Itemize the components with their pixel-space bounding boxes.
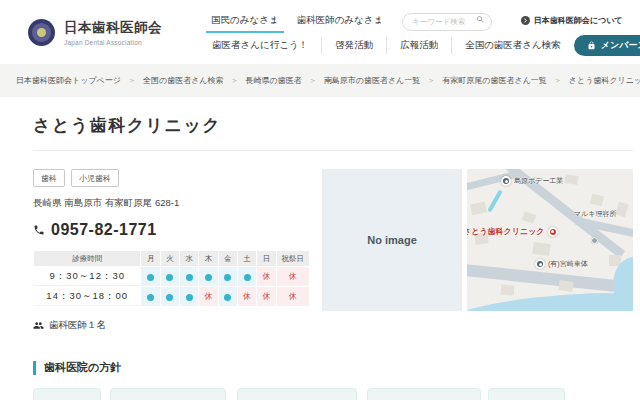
people-icon (33, 320, 44, 331)
policy-section: 歯科医院の方針 (33, 360, 633, 400)
schedule-cell-closed: 休 (277, 267, 309, 286)
members-room-button[interactable]: メンバーズルーム (574, 35, 640, 56)
schedule-column-header: 火 (161, 251, 179, 266)
nav-primary-item[interactable]: 歯科医師のみなさま (292, 9, 389, 33)
schedule-cell-closed: 休 (257, 287, 275, 306)
schedule-column-header: 金 (219, 251, 237, 266)
schedule-column-header: 木 (199, 251, 217, 266)
search-icon[interactable] (476, 15, 485, 24)
policy-tag-placeholder (367, 388, 481, 400)
policy-tag-placeholder (33, 388, 101, 400)
breadcrumb-separator: ＞ (309, 75, 317, 86)
utility-link[interactable]: 日本歯科医師会について (521, 15, 623, 26)
arrow-circle-icon (521, 16, 530, 25)
map[interactable]: 島原ボデー工業 マルキ理容所 さとう歯科クリニック (有)宮崎車体 (467, 169, 633, 311)
jda-logo-icon (28, 19, 55, 46)
clinic-phone: 0957-82-1771 (33, 221, 310, 239)
section-title: 歯科医院の方針 (33, 360, 633, 375)
map-water (467, 290, 633, 311)
no-image-placeholder: No image (322, 169, 462, 311)
breadcrumb-item[interactable]: 全国の歯医者さん検索 (143, 75, 224, 86)
map-minor-pin-icon (591, 237, 598, 244)
site-logo[interactable]: 日本歯科医師会 Japan Dental Association (28, 0, 206, 64)
schedule-cell-open (238, 267, 256, 286)
schedule-cell-closed: 休 (238, 287, 256, 306)
breadcrumb-item[interactable]: 日本歯科医師会トップページ (16, 75, 121, 86)
breadcrumb-separator: ＞ (128, 75, 136, 86)
nav-secondary-item[interactable]: 広報活動 (387, 37, 452, 54)
open-dot-icon (224, 274, 231, 281)
open-dot-icon (205, 274, 212, 281)
nav-primary-item[interactable]: 国民のみなさま (206, 9, 284, 33)
clinic-media: No image (322, 169, 633, 311)
map-building (522, 211, 536, 224)
clinic-tag: 小児歯科 (71, 169, 119, 187)
open-dot-icon (166, 274, 173, 281)
map-pin-icon (535, 259, 545, 269)
open-dot-icon (244, 274, 251, 281)
schedule-cell-open (219, 287, 237, 306)
map-building (501, 285, 515, 296)
open-dot-icon (224, 294, 231, 301)
schedule-table: 診療時間月火水木金土日祝祭日9：30～12：30休休14：30～18：00休休休… (33, 250, 310, 307)
schedule-cell-open (141, 267, 159, 286)
breadcrumb-separator: ＞ (427, 75, 435, 86)
site-header: 日本歯科医師会 Japan Dental Association 国民のみなさま… (0, 0, 640, 64)
header-row-bottom: 歯医者さんに行こう！啓発活動広報活動全国の歯医者さん検索 メンバーズルーム (206, 34, 640, 57)
members-room-label: メンバーズルーム (601, 39, 640, 52)
map-poi-label[interactable]: マルキ理容所 (574, 209, 617, 219)
clinic-tags: 歯科小児歯科 (33, 169, 310, 187)
schedule-cell-open (141, 287, 159, 306)
nav-secondary-item[interactable]: 全国の歯医者さん検索 (452, 37, 574, 54)
policy-tag-placeholder (488, 388, 565, 400)
breadcrumb-separator: ＞ (554, 75, 562, 86)
content-row: 歯科小児歯科 長崎県 南島原市 有家町原尾 628-1 0957-82-1771… (33, 169, 633, 332)
schedule-cell-open (180, 287, 198, 306)
map-poi-label[interactable]: 島原ボデー工業 (501, 176, 563, 186)
breadcrumb-separator: ＞ (231, 75, 239, 86)
clinic-address: 長崎県 南島原市 有家町原尾 628-1 (33, 197, 310, 210)
phone-number[interactable]: 0957-82-1771 (51, 221, 157, 239)
policy-tag-placeholder (237, 388, 357, 400)
policy-tags-row (33, 388, 633, 400)
map-poi-text: 島原ボデー工業 (514, 176, 563, 186)
breadcrumb-item[interactable]: 長崎県の歯医者 (246, 75, 302, 86)
breadcrumb-item[interactable]: 有家町原尾の歯医者さん一覧 (442, 75, 547, 86)
staff-count-label: 歯科医師１名 (49, 319, 106, 332)
map-pin-icon (501, 176, 511, 186)
nav-secondary-item[interactable]: 歯医者さんに行こう！ (206, 37, 322, 54)
schedule-cell-closed: 休 (199, 287, 217, 306)
utility-links: 日本歯科医師会についてENGLISH (521, 15, 640, 26)
schedule-cell-open (161, 267, 179, 286)
section-title-text: 歯科医院の方針 (44, 360, 121, 375)
logo-title: 日本歯科医師会 (64, 19, 162, 37)
nav-secondary-item[interactable]: 啓発活動 (322, 37, 387, 54)
schedule-column-header: 月 (141, 251, 159, 266)
clinic-info: 歯科小児歯科 長崎県 南島原市 有家町原尾 628-1 0957-82-1771… (33, 169, 310, 332)
map-poi-text: (有)宮崎車体 (548, 259, 588, 269)
schedule-cell-closed: 休 (257, 267, 275, 286)
logo-subtitle: Japan Dental Association (64, 39, 162, 46)
schedule-cell-open (180, 267, 198, 286)
map-clinic-text: さとう歯科クリニック (467, 226, 545, 237)
map-poi-text: マルキ理容所 (574, 209, 617, 219)
map-poi-label[interactable]: (有)宮崎車体 (535, 259, 588, 269)
schedule-column-header: 祝祭日 (277, 251, 309, 266)
schedule-row: 14：30～18：00休休休休 (34, 287, 309, 306)
breadcrumb-item[interactable]: 南島原市の歯医者さん一覧 (324, 75, 421, 86)
utility-link-label: 日本歯科医師会について (534, 15, 623, 26)
schedule-cell-open (199, 267, 217, 286)
map-building (532, 242, 551, 256)
open-dot-icon (147, 294, 154, 301)
open-dot-icon (186, 294, 193, 301)
schedule-column-header: 日 (257, 251, 275, 266)
breadcrumb: 日本歯科医師会トップページ＞全国の歯医者さん検索＞長崎県の歯医者＞南島原市の歯医… (0, 64, 640, 97)
lock-icon (587, 41, 596, 50)
schedule-row: 9：30～12：30休休 (34, 267, 309, 286)
schedule-time: 9：30～12：30 (34, 267, 140, 286)
phone-icon (33, 224, 45, 236)
schedule-column-header: 水 (180, 251, 198, 266)
map-building (470, 202, 487, 216)
policy-tag-placeholder (110, 388, 226, 400)
map-clinic-label[interactable]: さとう歯科クリニック (467, 226, 558, 237)
